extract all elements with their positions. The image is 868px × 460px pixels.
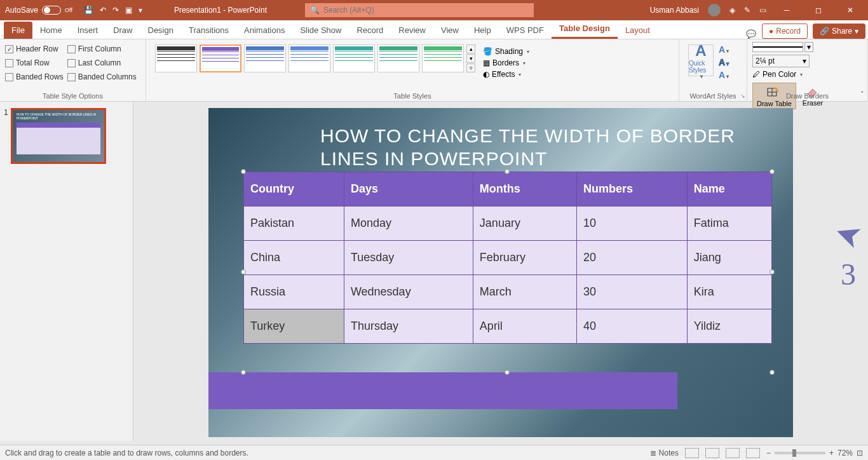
tab-table-design[interactable]: Table Design — [552, 20, 618, 39]
diamond-icon[interactable]: ◈ — [729, 6, 735, 15]
zoom-in-button[interactable]: + — [829, 449, 834, 457]
wand-icon[interactable]: ✎ — [744, 6, 750, 15]
gallery-up-icon[interactable]: ▴ — [466, 44, 475, 53]
undo-icon[interactable]: ↶ — [100, 6, 106, 15]
cell[interactable]: 10 — [577, 206, 688, 241]
tab-wps-pdf[interactable]: WPS PDF — [499, 22, 552, 39]
fit-button[interactable]: ⊡ — [857, 449, 863, 457]
effects-button[interactable]: ◐Effects — [483, 70, 529, 79]
more-icon[interactable]: ▾ — [139, 6, 142, 15]
record-button[interactable]: ●Record — [762, 24, 808, 39]
table-style-5[interactable] — [333, 44, 375, 72]
comments-button[interactable]: 💬 — [743, 29, 759, 39]
avatar-icon[interactable] — [708, 4, 721, 17]
cell[interactable]: China — [244, 241, 344, 275]
zoom-value[interactable]: 72% — [837, 449, 853, 457]
maximize-button[interactable]: ◻ — [807, 6, 830, 15]
th-days[interactable]: Days — [344, 172, 473, 206]
tab-draw[interactable]: Draw — [105, 22, 140, 39]
cell[interactable]: January — [473, 206, 576, 241]
table-style-6[interactable] — [377, 44, 419, 72]
selection-handle[interactable] — [505, 169, 510, 174]
sorter-view-button[interactable] — [705, 448, 719, 458]
banded-rows-checkbox[interactable]: Banded Rows — [5, 70, 64, 84]
selection-handle[interactable] — [770, 269, 775, 274]
ribbon-mode-icon[interactable]: ▭ — [759, 6, 766, 15]
cell[interactable]: Jiang — [687, 241, 771, 275]
total-row-checkbox[interactable]: Total Row — [5, 56, 64, 70]
table-style-1[interactable] — [155, 44, 197, 72]
reading-view-button[interactable] — [726, 448, 740, 458]
tab-view[interactable]: View — [433, 22, 466, 39]
th-country[interactable]: Country — [244, 172, 344, 206]
tab-animations[interactable]: Animations — [236, 22, 292, 39]
cell[interactable]: Kira — [687, 275, 771, 309]
cell[interactable]: Wednesday — [344, 275, 473, 309]
slide-thumbnail-1[interactable]: 1 HOW TO CHANGE THE WIDTH OF BORDER LINE… — [4, 108, 129, 164]
th-name[interactable]: Name — [687, 172, 771, 206]
cell[interactable]: April — [473, 309, 576, 344]
table-style-3[interactable] — [244, 44, 286, 72]
table-style-7[interactable] — [422, 44, 464, 72]
tab-design[interactable]: Design — [140, 22, 181, 39]
zoom-out-button[interactable]: − — [766, 449, 771, 457]
selection-handle[interactable] — [505, 370, 510, 375]
header-row-checkbox[interactable]: ✓Header Row — [5, 42, 64, 56]
present-icon[interactable]: ▣ — [125, 6, 132, 15]
cell[interactable]: 20 — [577, 241, 688, 275]
slideshow-view-button[interactable] — [746, 448, 760, 458]
text-effects-button[interactable]: A — [716, 70, 731, 81]
wordart-launcher-icon[interactable]: ↘ — [740, 93, 745, 99]
tab-help[interactable]: Help — [466, 22, 499, 39]
slide-canvas-area[interactable]: HOW TO CHANGE THE WIDTH OF BORDER LINES … — [133, 102, 868, 441]
pen-style-select[interactable] — [752, 42, 803, 52]
selection-handle[interactable] — [241, 169, 246, 174]
cell[interactable]: Russia — [244, 275, 344, 309]
search-box[interactable]: 🔍 — [305, 3, 534, 17]
tab-file[interactable]: File — [4, 22, 32, 39]
slide-title[interactable]: HOW TO CHANGE THE WIDTH OF BORDER LINES … — [320, 125, 774, 170]
gallery-more-icon[interactable]: ▿ — [466, 64, 475, 72]
shading-button[interactable]: 🪣Shading — [483, 47, 529, 56]
banded-columns-checkbox[interactable]: Banded Columns — [67, 70, 137, 84]
cell[interactable]: Pakistan — [244, 206, 344, 241]
selection-handle[interactable] — [770, 169, 775, 174]
gallery-down-icon[interactable]: ▾ — [466, 54, 475, 63]
cell[interactable]: Tuesday — [344, 241, 473, 275]
save-icon[interactable]: 💾 — [84, 6, 93, 15]
th-numbers[interactable]: Numbers — [577, 172, 688, 206]
table-style-4[interactable] — [288, 44, 330, 72]
last-column-checkbox[interactable]: Last Column — [67, 56, 137, 70]
pen-style-dropdown-icon[interactable]: ▾ — [804, 42, 813, 52]
selection-handle[interactable] — [241, 269, 246, 274]
cell[interactable]: 30 — [577, 275, 688, 309]
text-fill-button[interactable]: A — [716, 44, 731, 56]
close-button[interactable]: ✕ — [839, 6, 862, 15]
cell[interactable]: Fatima — [687, 206, 771, 241]
th-months[interactable]: Months — [473, 172, 576, 206]
text-outline-button[interactable]: A — [716, 57, 731, 69]
pen-weight-select[interactable]: 2¼ pt▾ — [752, 55, 810, 67]
selection-handle[interactable] — [241, 370, 246, 375]
cell[interactable]: February — [473, 241, 576, 275]
tab-transitions[interactable]: Transitions — [181, 22, 236, 39]
tab-home[interactable]: Home — [32, 22, 70, 39]
cell[interactable]: Thursday — [344, 309, 473, 344]
tab-insert[interactable]: Insert — [70, 22, 106, 39]
search-input[interactable] — [323, 6, 529, 15]
slide-table[interactable]: Country Days Months Numbers Name Pakista… — [243, 172, 772, 344]
tab-slideshow[interactable]: Slide Show — [292, 22, 349, 39]
tab-layout[interactable]: Layout — [618, 22, 658, 39]
minimize-button[interactable]: ─ — [775, 6, 798, 15]
pen-color-button[interactable]: 🖊Pen Color — [752, 70, 862, 79]
cell[interactable]: Yildiz — [687, 309, 771, 344]
first-column-checkbox[interactable]: First Column — [67, 42, 137, 56]
selection-handle[interactable] — [770, 370, 775, 375]
cell[interactable]: Monday — [344, 206, 473, 241]
notes-button[interactable]: ≣ Notes — [650, 449, 679, 457]
collapse-ribbon-icon[interactable]: ˄ — [860, 90, 864, 98]
quick-styles-button[interactable]: AQuick Styles — [688, 44, 714, 76]
borders-button[interactable]: ▦Borders — [483, 58, 529, 67]
cell-selected[interactable]: Turkey — [244, 309, 344, 344]
user-name[interactable]: Usman Abbasi — [650, 6, 699, 15]
